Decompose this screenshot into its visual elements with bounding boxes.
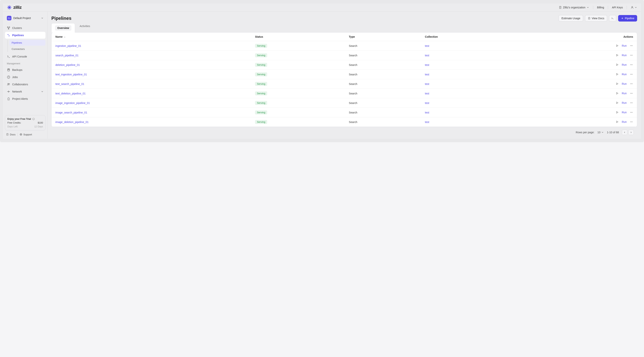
run-button[interactable]: Run (622, 44, 627, 47)
pipeline-name-link[interactable]: text_search_pipeline_01 (56, 83, 84, 86)
org-selector[interactable]: Zilliz's organization (559, 6, 589, 9)
tab-overview[interactable]: Overview (52, 23, 75, 33)
svg-marker-15 (616, 45, 618, 47)
next-page-button[interactable] (628, 130, 634, 135)
run-button[interactable]: Run (622, 82, 627, 85)
sidebar-item-backups[interactable]: Backups (5, 67, 46, 73)
pipeline-name-link[interactable]: image_deletion_pipeline_01 (56, 121, 88, 124)
run-button[interactable]: Run (622, 111, 627, 114)
tabs: Overview Activities (52, 23, 637, 32)
sort-arrow-down-icon: ↓ (64, 35, 66, 38)
more-menu-icon[interactable] (630, 63, 633, 67)
pipeline-name-link[interactable]: ingestion_pipeline_01 (56, 44, 81, 48)
prev-page-button[interactable] (622, 130, 627, 135)
run-button[interactable]: Run (622, 54, 627, 57)
svg-point-25 (631, 64, 632, 65)
col-status[interactable]: Status (251, 33, 345, 41)
sidebar-item-network[interactable]: Network (5, 88, 46, 95)
pipeline-name-link[interactable]: image_ingestion_pipeline_01 (56, 102, 90, 105)
profile-menu[interactable] (631, 6, 637, 9)
type-cell: Search (345, 108, 421, 117)
svg-rect-0 (560, 6, 561, 9)
chevron-down-icon (41, 90, 44, 93)
estimate-usage-button[interactable]: Estimate Usage (558, 15, 583, 22)
collection-link[interactable]: test (425, 44, 429, 48)
collection-link[interactable]: test (425, 111, 429, 114)
pipeline-name-link[interactable]: text_deletion_pipeline_01 (56, 92, 86, 95)
pipeline-name-link[interactable]: search_pipeline_01 (56, 54, 78, 57)
svg-point-22 (632, 55, 632, 55)
type-cell: Search (345, 117, 421, 127)
run-button[interactable]: Run (622, 92, 627, 95)
view-docs-label: View Docs (592, 17, 604, 20)
sidebar-item-alerts[interactable]: Project Alerts (5, 95, 46, 102)
play-icon[interactable] (616, 73, 619, 76)
credits-label: Free Credits: (8, 122, 21, 124)
svg-point-33 (631, 83, 632, 84)
play-icon[interactable] (616, 111, 619, 114)
sidebar-item-pipelines[interactable]: Pipelines (5, 32, 46, 39)
play-icon[interactable] (616, 63, 619, 66)
nav-label: API Console (12, 55, 27, 58)
sidebar-item-clusters[interactable]: Clusters (5, 25, 46, 32)
info-icon[interactable] (32, 118, 35, 120)
col-collection[interactable]: Collection (421, 33, 518, 41)
more-menu-icon[interactable] (630, 111, 633, 114)
play-icon[interactable] (616, 92, 619, 95)
collection-link[interactable]: test (425, 121, 429, 124)
create-pipeline-button[interactable]: Pipeline (618, 15, 637, 22)
svg-point-16 (630, 45, 631, 46)
sidebar-item-api-console[interactable]: API Console (5, 53, 46, 60)
run-button[interactable]: Run (622, 63, 627, 66)
more-menu-icon[interactable] (630, 82, 633, 86)
play-icon[interactable] (616, 101, 619, 104)
api-keys-link[interactable]: API Keys (612, 6, 623, 9)
divider (593, 6, 593, 9)
more-menu-icon[interactable] (630, 120, 633, 124)
table-row: image_search_pipeline_01ServingSearchtes… (52, 108, 637, 117)
collection-link[interactable]: test (425, 102, 429, 105)
support-link[interactable]: Support (20, 133, 32, 136)
docs-link[interactable]: Docs (6, 133, 16, 136)
pipeline-name-link[interactable]: image_search_pipeline_01 (56, 111, 87, 114)
sidebar-item-collaborators[interactable]: Collaborators (5, 81, 46, 88)
collection-link[interactable]: test (425, 63, 429, 67)
tab-activities[interactable]: Activities (76, 23, 94, 32)
collection-link[interactable]: test (425, 83, 429, 86)
more-menu-icon[interactable] (630, 92, 633, 95)
play-icon[interactable] (616, 44, 619, 47)
sidebar-subitem-connectors[interactable]: Connectors (9, 46, 46, 52)
terminal-button[interactable] (609, 15, 616, 22)
run-button[interactable]: Run (622, 73, 627, 76)
run-button[interactable]: Run (622, 101, 627, 104)
billing-link[interactable]: Billing (597, 6, 604, 9)
svg-point-45 (631, 112, 632, 113)
sidebar-item-jobs[interactable]: Jobs (5, 74, 46, 81)
more-menu-icon[interactable] (630, 44, 633, 48)
pipeline-label: Pipeline (625, 17, 634, 20)
page-size-selector[interactable]: 10 (597, 131, 604, 134)
collection-link[interactable]: test (425, 92, 429, 95)
play-icon[interactable] (616, 82, 619, 85)
table-row: search_pipeline_01ServingSearchtestRun (52, 51, 637, 60)
pipeline-name-link[interactable]: deletion_pipeline_01 (56, 63, 80, 67)
run-button[interactable]: Run (622, 120, 627, 123)
table-row: deletion_pipeline_01ServingSearchtestRun (52, 60, 637, 70)
svg-point-26 (632, 64, 632, 65)
pipeline-name-link[interactable]: text_ingestion_pipeline_01 (56, 73, 87, 76)
brand-logo[interactable]: zilliz (7, 5, 22, 10)
play-icon[interactable] (616, 120, 619, 123)
sidebar-subitem-pipelines[interactable]: Pipelines (9, 40, 46, 46)
svg-point-50 (632, 122, 632, 122)
collection-link[interactable]: test (425, 73, 429, 76)
view-docs-button[interactable]: View Docs (585, 15, 607, 22)
more-menu-icon[interactable] (630, 54, 633, 57)
more-menu-icon[interactable] (630, 101, 633, 105)
project-selector[interactable]: Default Project (5, 14, 46, 22)
play-icon[interactable] (616, 54, 619, 57)
col-type[interactable]: Type (345, 33, 421, 41)
col-name[interactable]: Name ↓ (52, 33, 251, 41)
nav-label: Backups (12, 68, 22, 71)
more-menu-icon[interactable] (630, 73, 633, 76)
collection-link[interactable]: test (425, 54, 429, 57)
